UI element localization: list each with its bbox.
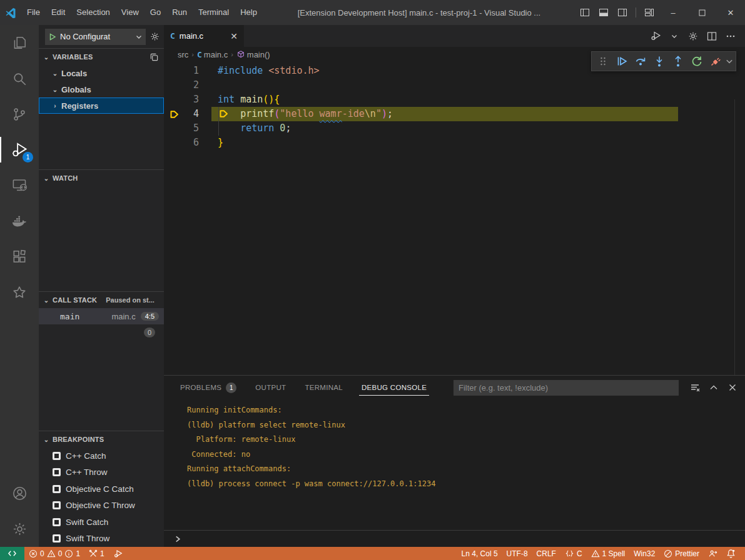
breakpoints-header[interactable]: ⌄ BREAKPOINTS bbox=[39, 431, 164, 448]
activity-search-icon[interactable] bbox=[0, 61, 39, 96]
glyph-margin[interactable] bbox=[164, 121, 185, 136]
customize-layout-icon[interactable] bbox=[640, 0, 659, 25]
maximize-panel-icon[interactable] bbox=[706, 380, 721, 395]
thread-row[interactable]: 0 bbox=[39, 324, 164, 341]
problems-status[interactable]: 0 0 1 bbox=[24, 547, 84, 560]
glyph-margin[interactable] bbox=[164, 64, 185, 78]
tab-output[interactable]: OUTPUT bbox=[253, 376, 288, 399]
activity-remote-explorer-icon[interactable] bbox=[0, 168, 39, 203]
menu-selection[interactable]: Selection bbox=[71, 0, 115, 25]
clear-console-icon[interactable] bbox=[687, 380, 702, 395]
remote-indicator[interactable] bbox=[0, 547, 24, 560]
watch-header[interactable]: ⌄ WATCH bbox=[39, 170, 164, 186]
checkbox-unchecked[interactable] bbox=[53, 534, 61, 542]
menu-run[interactable]: Run bbox=[166, 0, 193, 25]
activity-favorites-star-icon[interactable] bbox=[0, 274, 39, 310]
editor-settings-gear-icon[interactable] bbox=[685, 28, 701, 44]
encoding-status[interactable]: UTF-8 bbox=[502, 547, 532, 560]
tab-main-c[interactable]: C main.c ✕ bbox=[164, 25, 244, 47]
breakpoint-cpp-throw[interactable]: C++ Throw bbox=[39, 464, 164, 481]
menu-help[interactable]: Help bbox=[235, 0, 263, 25]
debug-continue-icon[interactable] bbox=[613, 52, 631, 70]
code-line[interactable]: 2 bbox=[164, 78, 745, 92]
debug-restart-icon[interactable] bbox=[688, 52, 706, 70]
more-actions-icon[interactable] bbox=[722, 28, 739, 44]
menu-view[interactable]: View bbox=[116, 0, 144, 25]
glyph-margin[interactable] bbox=[164, 92, 185, 107]
menu-file[interactable]: File bbox=[21, 0, 46, 25]
menu-edit[interactable]: Edit bbox=[46, 0, 71, 25]
variables-header[interactable]: ⌄ VARIABLES bbox=[39, 49, 164, 65]
debug-step-into-icon[interactable] bbox=[651, 52, 668, 70]
toolbar-drag-grip[interactable] bbox=[594, 52, 612, 70]
editor-scrollbar[interactable] bbox=[734, 99, 735, 375]
toggle-secondary-sidebar-icon[interactable] bbox=[613, 0, 632, 25]
split-editor-icon[interactable] bbox=[704, 28, 720, 44]
tab-problems[interactable]: PROBLEMS 1 bbox=[178, 376, 239, 399]
ports-status[interactable]: 1 bbox=[84, 547, 109, 560]
settings-gear-icon[interactable] bbox=[0, 511, 39, 547]
code-line-current[interactable]: 4 printf("hello wamr-ide\n"); bbox=[164, 107, 745, 121]
close-tab-icon[interactable]: ✕ bbox=[230, 31, 238, 41]
chevron-down-icon[interactable] bbox=[666, 28, 682, 44]
debug-console-input[interactable] bbox=[164, 530, 745, 547]
activity-extensions-icon[interactable] bbox=[0, 239, 39, 274]
code-line[interactable]: 5 return 0; bbox=[164, 121, 745, 136]
eol-status[interactable]: CRLF bbox=[532, 547, 560, 560]
activity-docker-icon[interactable] bbox=[0, 203, 39, 239]
call-stack-header[interactable]: ⌄ CALL STACK Paused on st... bbox=[39, 292, 164, 308]
breakpoint-swift-throw[interactable]: Swift Throw bbox=[39, 531, 164, 548]
debug-status-icon[interactable] bbox=[109, 547, 128, 560]
code-line[interactable]: 3int main(){ bbox=[164, 92, 745, 107]
platform-status[interactable]: Win32 bbox=[629, 547, 659, 560]
glyph-margin[interactable] bbox=[164, 78, 185, 92]
breadcrumb-src[interactable]: src bbox=[178, 50, 188, 59]
copy-value-icon[interactable] bbox=[150, 52, 159, 62]
spell-checker-status[interactable]: 1 Spell bbox=[587, 547, 630, 560]
activity-explorer-icon[interactable] bbox=[0, 25, 39, 61]
minimize-button[interactable]: – bbox=[659, 0, 687, 25]
formatter-status[interactable]: Prettier bbox=[659, 547, 704, 560]
activity-run-and-debug-icon[interactable]: 1 bbox=[0, 132, 39, 168]
checkbox-unchecked[interactable] bbox=[53, 452, 61, 460]
debug-stackframe-arrow-icon[interactable] bbox=[164, 107, 185, 121]
variables-item-locals[interactable]: ⌄ Locals bbox=[39, 65, 164, 81]
stack-frame-row[interactable]: main main.c 4:5 bbox=[39, 308, 164, 324]
menu-terminal[interactable]: Terminal bbox=[193, 0, 235, 25]
breakpoint-cpp-catch[interactable]: C++ Catch bbox=[39, 448, 164, 464]
code-line[interactable]: 6} bbox=[164, 136, 745, 150]
tab-terminal[interactable]: TERMINAL bbox=[302, 376, 345, 399]
close-window-button[interactable]: ✕ bbox=[716, 0, 745, 25]
breadcrumb-symbol[interactable]: main() bbox=[247, 50, 270, 59]
checkbox-unchecked[interactable] bbox=[53, 501, 61, 509]
chevron-down-icon[interactable] bbox=[726, 58, 733, 65]
console-filter-input[interactable] bbox=[454, 380, 679, 396]
menu-go[interactable]: Go bbox=[144, 0, 166, 25]
variables-item-registers[interactable]: › Registers bbox=[39, 98, 164, 114]
debug-configuration-dropdown[interactable]: No Configurat bbox=[45, 29, 146, 45]
open-launch-config-gear-icon[interactable] bbox=[150, 31, 160, 42]
breakpoint-swift-catch[interactable]: Swift Catch bbox=[39, 514, 164, 531]
close-panel-icon[interactable] bbox=[725, 380, 740, 395]
account-icon[interactable] bbox=[0, 476, 39, 511]
run-or-debug-button[interactable] bbox=[647, 28, 664, 44]
checkbox-unchecked[interactable] bbox=[53, 485, 61, 493]
glyph-margin[interactable] bbox=[164, 136, 185, 150]
feedback-icon[interactable] bbox=[704, 547, 722, 560]
tab-debug-console[interactable]: DEBUG CONSOLE bbox=[359, 376, 429, 399]
activity-source-control-icon[interactable] bbox=[0, 96, 39, 132]
debug-step-out-icon[interactable] bbox=[669, 52, 687, 70]
toggle-sidebar-icon[interactable] bbox=[575, 0, 594, 25]
notifications-bell-icon[interactable] bbox=[722, 547, 740, 560]
checkbox-unchecked[interactable] bbox=[53, 468, 61, 476]
cursor-position[interactable]: Ln 4, Col 5 bbox=[457, 547, 502, 560]
breakpoint-objc-throw[interactable]: Objective C Throw bbox=[39, 498, 164, 514]
debug-disconnect-icon[interactable] bbox=[707, 52, 724, 70]
checkbox-unchecked[interactable] bbox=[53, 518, 61, 526]
maximize-button[interactable] bbox=[687, 0, 716, 25]
toggle-panel-icon[interactable] bbox=[594, 0, 613, 25]
breakpoint-objc-catch[interactable]: Objective C Catch bbox=[39, 481, 164, 498]
language-mode[interactable]: C bbox=[560, 547, 587, 560]
code-editor[interactable]: 1#include <stdio.h>23int main(){4 printf… bbox=[164, 62, 745, 375]
breadcrumb-file[interactable]: main.c bbox=[204, 50, 228, 59]
